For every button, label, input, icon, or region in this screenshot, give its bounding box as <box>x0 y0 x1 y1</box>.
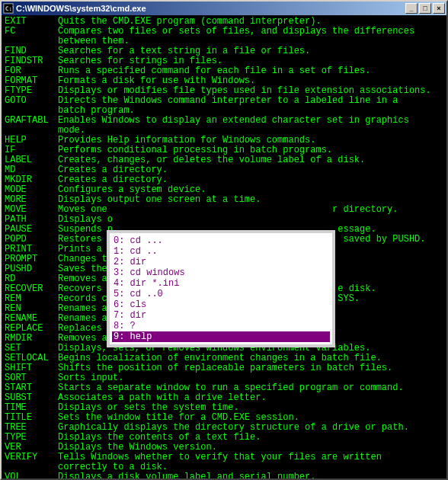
help-command: FC <box>5 27 58 37</box>
history-item[interactable]: 6: cls <box>112 299 330 310</box>
command-history-popup[interactable]: 0: cd ...1: cd ..2: dir3: cd windows4: d… <box>107 230 335 347</box>
help-description: Moves one r directory. <box>58 205 443 215</box>
help-description: Enables Windows to display an extended c… <box>58 116 443 126</box>
history-item[interactable]: 1: cd .. <box>112 246 330 257</box>
history-item[interactable]: 9: help <box>112 331 330 342</box>
minimize-button[interactable]: _ <box>405 3 418 14</box>
maximize-button[interactable]: □ <box>419 3 431 14</box>
titlebar[interactable]: C:\ C:\WINDOWS\system32\cmd.exe _ □ × <box>2 2 446 15</box>
help-command: VERIFY <box>5 453 58 462</box>
history-item[interactable]: 7: dir <box>112 310 330 321</box>
help-description: Displays a disk volume label and serial … <box>58 472 443 478</box>
help-command: VOL <box>5 472 58 478</box>
help-command: GOTO <box>5 96 58 106</box>
history-item[interactable]: 8: ? <box>112 321 330 331</box>
help-command: GRAFTABL <box>5 116 58 126</box>
history-item[interactable]: 4: dir *.ini <box>112 278 330 289</box>
window-title: C:\WINDOWS\system32\cmd.exe <box>16 4 404 13</box>
svg-text:C:\: C:\ <box>5 5 14 12</box>
help-row: VOLDisplays a disk volume label and seri… <box>5 472 443 478</box>
cmd-icon: C:\ <box>3 3 14 14</box>
window-controls: _ □ × <box>404 3 445 14</box>
close-button[interactable]: × <box>433 3 445 14</box>
history-item[interactable]: 5: cd ..0 <box>112 289 330 299</box>
history-item[interactable]: 3: cd windows <box>112 267 330 278</box>
history-item[interactable]: 2: dir <box>112 257 330 267</box>
history-item[interactable]: 0: cd ... <box>112 235 330 246</box>
